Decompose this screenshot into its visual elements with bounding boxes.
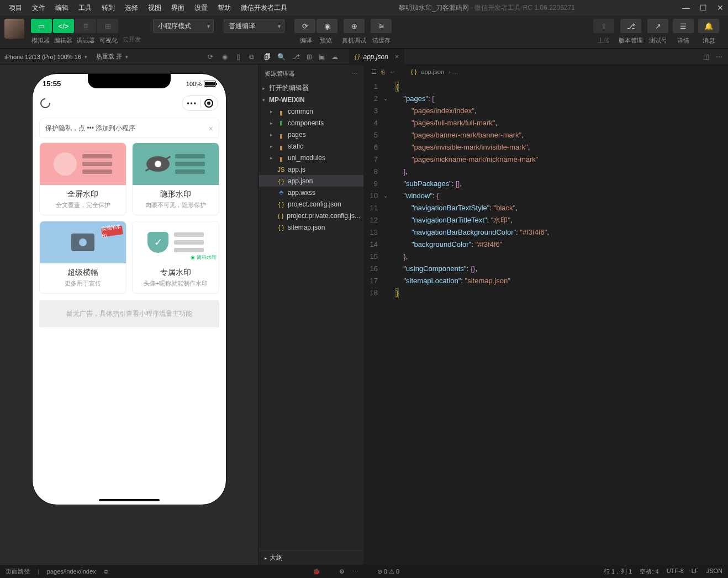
- main-toolbar: ▭ </> ⧇ ⊞ 模拟器 编辑器 调试器 可视化 云开发 小程序模式 普通编译…: [0, 15, 728, 49]
- card-exclusive-watermark[interactable]: ✓◉ 简科水印 专属水印头像+昵称就能制作水印: [132, 221, 219, 294]
- encoding[interactable]: UTF-8: [667, 568, 684, 576]
- maximize-button[interactable]: ☐: [700, 3, 707, 12]
- realdebug-button[interactable]: ⊕: [344, 19, 365, 33]
- file-projectprivate[interactable]: { }project.private.config.js...: [259, 210, 363, 221]
- settings-icon[interactable]: ⚙: [339, 568, 345, 575]
- problems-count[interactable]: ⊘ 0 ⚠ 0: [377, 568, 399, 575]
- bookmark-icon[interactable]: ⎗: [381, 68, 385, 75]
- card-title: 全屏水印: [43, 189, 123, 199]
- simulator-button[interactable]: ▭: [31, 19, 52, 33]
- editor-body[interactable]: 123456789101112131415161718 ⌄⌄ { "pages"…: [363, 78, 728, 565]
- tip-text: 保护隐私，点 ••• 添加到小程序: [45, 124, 135, 133]
- menu-goto[interactable]: 转到: [97, 2, 119, 14]
- clearcache-button[interactable]: ≋: [371, 19, 392, 33]
- popout-icon[interactable]: ⧉: [249, 53, 254, 61]
- eol[interactable]: LF: [692, 568, 699, 576]
- menu-ui[interactable]: 界面: [167, 2, 189, 14]
- menu-select[interactable]: 选择: [120, 2, 143, 14]
- list-icon[interactable]: ☰: [371, 68, 377, 76]
- extensions-icon[interactable]: ⊞: [307, 53, 312, 61]
- more-icon[interactable]: ⋯: [716, 53, 722, 61]
- more-status-icon[interactable]: ⋯: [352, 568, 358, 575]
- device-icon[interactable]: ▯: [236, 53, 240, 61]
- module-icon[interactable]: ▣: [319, 53, 325, 61]
- split-editor-icon[interactable]: ◫: [703, 53, 709, 61]
- menu-help[interactable]: 帮助: [213, 2, 235, 14]
- tab-label: app.json: [363, 53, 388, 61]
- capsule-button[interactable]: •••: [182, 96, 218, 111]
- preview-button[interactable]: ◉: [316, 19, 337, 33]
- folder-pages[interactable]: ▸▮pages: [259, 129, 363, 140]
- editor-button[interactable]: </>: [53, 19, 74, 33]
- card-subtitle: 肉眼不可见，隐形保护: [136, 201, 215, 209]
- card-super-banner[interactable]: 实验用水印 超级横幅更多用于宣传: [39, 221, 126, 294]
- debugger-button[interactable]: ⧇: [75, 19, 96, 33]
- breadcrumb[interactable]: ☰ ⎗ ← { } app.json› …: [363, 65, 728, 78]
- menu-file[interactable]: 文件: [28, 2, 50, 14]
- record-icon[interactable]: ◉: [222, 53, 228, 61]
- file-appjson[interactable]: { }app.json: [259, 175, 363, 187]
- visual-button[interactable]: ⊞: [97, 19, 118, 33]
- phone-notch: [88, 74, 171, 88]
- minimize-button[interactable]: —: [682, 3, 690, 12]
- version-button[interactable]: ⎇: [620, 19, 641, 33]
- menu-edit[interactable]: 编辑: [51, 2, 73, 14]
- menu-project[interactable]: 项目: [4, 2, 27, 14]
- card-invisible-watermark[interactable]: 隐形水印肉眼不可见，隐形保护: [132, 142, 219, 215]
- file-appwxss[interactable]: ⬘app.wxss: [259, 187, 363, 198]
- language-mode[interactable]: JSON: [706, 568, 722, 576]
- menu-devtools[interactable]: 微信开发者工具: [236, 2, 292, 14]
- card-fullscreen-watermark[interactable]: 全屏水印全文覆盖，完全保护: [39, 142, 126, 215]
- fold-gutter[interactable]: ⌄⌄: [383, 78, 392, 565]
- folder-common[interactable]: ▸▮common: [259, 105, 363, 117]
- message-button[interactable]: 🔔: [698, 19, 719, 33]
- detail-button[interactable]: ☰: [673, 19, 694, 33]
- folder-static[interactable]: ▸▮static: [259, 140, 363, 152]
- editor-tab-appjson[interactable]: { }app.json×: [349, 49, 405, 65]
- close-tab-icon[interactable]: ×: [395, 53, 399, 61]
- json-icon: { }: [411, 68, 416, 75]
- explorer-title: 资源管理器: [265, 70, 295, 78]
- hotreload-toggle[interactable]: 热重载 开: [96, 52, 122, 61]
- outline-section[interactable]: ▸大纲: [259, 550, 363, 565]
- folder-unimodules[interactable]: ▸▮uni_modules: [259, 152, 363, 163]
- copy-icon[interactable]: ⧉: [104, 568, 108, 575]
- file-projectconfig[interactable]: { }project.config.json: [259, 198, 363, 210]
- menu-tools[interactable]: 工具: [74, 2, 96, 14]
- testid-button[interactable]: ↗: [647, 19, 668, 33]
- indent-setting[interactable]: 空格: 4: [640, 568, 658, 576]
- user-avatar[interactable]: [4, 19, 24, 39]
- file-appjs[interactable]: JSapp.js: [259, 163, 363, 175]
- pagepath-value[interactable]: pages/index/index: [47, 568, 96, 575]
- upload-button[interactable]: ⇧: [593, 19, 614, 33]
- branch-icon[interactable]: ⎇: [292, 53, 300, 61]
- menu-view[interactable]: 视图: [144, 2, 166, 14]
- file-sitemap[interactable]: { }sitemap.json: [259, 221, 363, 233]
- project-root[interactable]: ▾MP-WEIXIN: [259, 94, 363, 105]
- explorer-more-icon[interactable]: ⋯: [352, 70, 358, 77]
- cloud-dev-label[interactable]: 云开发: [123, 35, 141, 44]
- message-label: 消息: [703, 36, 715, 45]
- privacy-tip[interactable]: 保护隐私，点 ••• 添加到小程序×: [39, 119, 219, 138]
- page-refresh-icon[interactable]: [38, 96, 52, 110]
- pagepath-label: 页面路径: [6, 568, 30, 576]
- compile-mode-select[interactable]: 普通编译: [224, 19, 284, 33]
- menu-settings[interactable]: 设置: [190, 2, 212, 14]
- compile-button[interactable]: ⟳: [294, 19, 315, 33]
- explorer-icon[interactable]: 🗐: [264, 53, 271, 61]
- mode-select[interactable]: 小程序模式: [153, 19, 214, 33]
- back-icon[interactable]: ←: [389, 68, 395, 75]
- close-button[interactable]: ✕: [717, 3, 724, 12]
- search-icon[interactable]: 🔍: [277, 53, 286, 61]
- avatar-icon: [54, 152, 77, 176]
- code-content[interactable]: { "pages": [ "pages/index/index", "pages…: [392, 78, 728, 565]
- device-select[interactable]: iPhone 12/13 (Pro) 100% 16: [4, 54, 81, 60]
- open-editors-section[interactable]: ▸打开的编辑器: [259, 82, 363, 94]
- close-tip-icon[interactable]: ×: [209, 124, 213, 133]
- cursor-position[interactable]: 行 1，列 1: [604, 568, 632, 576]
- refresh-icon[interactable]: ⟳: [208, 53, 213, 61]
- line-gutter: 123456789101112131415161718: [363, 78, 383, 565]
- cloud-icon[interactable]: ☁: [331, 53, 338, 61]
- bug-icon[interactable]: 🐞: [313, 568, 320, 575]
- folder-components[interactable]: ▸▮components: [259, 117, 363, 129]
